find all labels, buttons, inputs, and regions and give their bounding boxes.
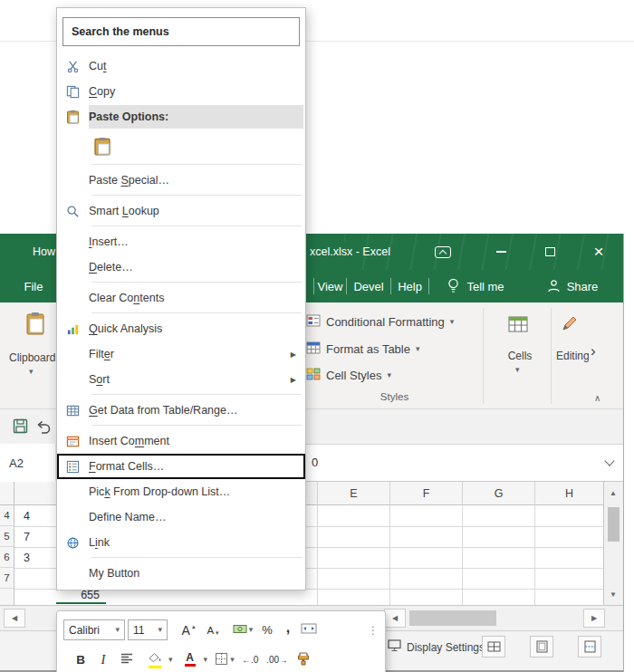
quick-analysis-icon: [57, 322, 89, 336]
increase-decimal-button[interactable]: ←.0: [238, 648, 262, 671]
share-button[interactable]: Share: [563, 270, 601, 302]
menu-item-my-button[interactable]: My Button: [57, 561, 305, 586]
gridline: [389, 505, 390, 605]
menu-item-smart-lookup[interactable]: Smart Lookup: [57, 198, 305, 224]
merge-center-button[interactable]: [298, 619, 320, 641]
maximize-button[interactable]: [534, 234, 565, 270]
row-header-5[interactable]: 5: [0, 526, 14, 547]
arrow-up-icon: ▴: [192, 623, 196, 630]
format-painter-button[interactable]: [293, 648, 314, 671]
menu-item-get-data-from-table[interactable]: Get Data from Table/Range…: [57, 398, 305, 423]
column-header-F[interactable]: F: [389, 482, 462, 505]
scroll-up-button[interactable]: ▲: [603, 482, 623, 504]
scroll-right-button[interactable]: ▶: [583, 609, 605, 628]
editing-group-button[interactable]: Editing: [556, 350, 589, 362]
group-divider: [551, 308, 552, 404]
close-button[interactable]: ×: [583, 234, 614, 270]
column-header-G[interactable]: G: [462, 482, 534, 505]
alignment-button[interactable]: [116, 648, 138, 671]
tell-me-button[interactable]: Tell me: [464, 270, 507, 302]
window-right-border: [623, 234, 624, 672]
page-break-view-button[interactable]: [578, 636, 601, 658]
submenu-arrow-icon: ▶: [291, 350, 296, 359]
titlebar-left-text: How: [33, 234, 55, 270]
collapse-ribbon-icon[interactable]: ∧: [594, 393, 600, 403]
paste-keep-source-button[interactable]: [93, 136, 111, 157]
menu-item-sort[interactable]: Sort ▶: [57, 367, 305, 392]
menu-item-clear-contents[interactable]: Clear Contents: [57, 285, 305, 311]
format-as-table-icon: [306, 341, 321, 358]
minimize-button[interactable]: [485, 234, 516, 270]
column-header-E[interactable]: E: [317, 482, 389, 505]
ribbon-more-icon[interactable]: ›: [591, 342, 596, 360]
tab-developer[interactable]: Devel: [348, 270, 389, 302]
tab-help[interactable]: Help: [392, 270, 427, 302]
menu-item-quick-analysis[interactable]: Quick Analysis: [57, 316, 305, 341]
conditional-formatting-button[interactable]: Conditional Formatting ▾: [306, 310, 454, 333]
menu-item-format-cells[interactable]: Format Cells…: [57, 454, 305, 479]
scissors-icon: [57, 60, 89, 73]
italic-button[interactable]: I: [93, 648, 113, 671]
name-box[interactable]: A2: [0, 444, 56, 482]
comma-style-button[interactable]: ,: [281, 619, 295, 641]
chevron-down-icon: ▾: [29, 368, 34, 376]
cell-value[interactable]: 655: [51, 589, 100, 602]
select-all-corner[interactable]: [0, 482, 14, 505]
ribbon-display-options-button[interactable]: [427, 234, 458, 270]
menu-item-filter[interactable]: Filter ▶: [57, 341, 305, 367]
row-header-6[interactable]: 6: [0, 547, 14, 568]
smart-lookup-icon: [57, 205, 89, 218]
menu-item-pick-from-dropdown-list[interactable]: Pick From Drop-down List…: [57, 479, 305, 504]
arrow-down-icon: ▾: [216, 629, 219, 637]
screen: How xcel.xlsx - Excel × File View Devel …: [0, 0, 634, 672]
fill-color-swatch: [149, 666, 161, 668]
undo-button[interactable]: [36, 421, 53, 437]
menu-search-input[interactable]: Search the menus: [62, 17, 300, 46]
cell-styles-button[interactable]: Cell Styles ▾: [306, 363, 391, 387]
row-header-7[interactable]: 7: [0, 568, 14, 589]
format-as-table-button[interactable]: Format as Table ▾: [306, 337, 420, 360]
increase-font-size-button[interactable]: A ▴: [178, 619, 199, 641]
menu-item-insert-comment[interactable]: Insert Comment: [57, 428, 305, 454]
menu-item-copy[interactable]: Copy: [57, 79, 305, 104]
menu-item-insert[interactable]: Insert…: [57, 229, 305, 254]
scroll-left-button[interactable]: ◀: [384, 609, 406, 628]
borders-button[interactable]: ▾: [214, 648, 235, 671]
fill-color-button[interactable]: [144, 648, 166, 671]
bold-button[interactable]: B: [71, 648, 91, 671]
menu-item-define-name[interactable]: Define Name…: [57, 504, 305, 530]
menu-item-paste-special[interactable]: Paste Special…: [57, 168, 305, 193]
clipboard-group-button[interactable]: Clipboard: [9, 351, 55, 364]
cells-group-button[interactable]: Cells: [495, 350, 545, 362]
decrease-font-size-button[interactable]: A ▾: [202, 619, 224, 641]
more-options-icon[interactable]: ⋮: [368, 624, 379, 637]
decrease-decimal-button[interactable]: .00→: [264, 648, 290, 671]
display-settings-button[interactable]: Display Settings: [388, 634, 485, 661]
horizontal-scroll-thumb[interactable]: [409, 610, 496, 626]
formula-bar-value[interactable]: 0: [312, 444, 318, 482]
font-name-select[interactable]: Calibri ▾: [63, 619, 125, 640]
paste-icon: [57, 110, 89, 124]
scroll-down-button[interactable]: ▼: [603, 583, 623, 605]
row-header-4[interactable]: 4: [0, 505, 14, 526]
tab-file[interactable]: File: [13, 270, 54, 302]
column-header-H[interactable]: H: [534, 482, 603, 505]
sheet-tab-scroll-left-button[interactable]: ◀: [4, 609, 25, 628]
normal-view-button[interactable]: [482, 636, 505, 658]
borders-grid-icon: [215, 652, 228, 668]
tab-view[interactable]: View: [315, 270, 345, 302]
menu-item-link[interactable]: Link: [57, 530, 305, 555]
font-color-button[interactable]: A: [179, 648, 201, 671]
vertical-scroll-thumb[interactable]: [608, 507, 620, 542]
page-layout-icon: [536, 640, 548, 653]
menu-item-cut[interactable]: Cut: [57, 53, 305, 79]
percent-style-button[interactable]: %: [256, 619, 278, 641]
context-menu: Search the menus Cut Copy Paste Options:: [56, 7, 306, 590]
menu-item-delete[interactable]: Delete…: [57, 254, 305, 280]
accounting-format-button[interactable]: ▾: [232, 619, 254, 641]
save-button[interactable]: [13, 418, 28, 437]
comment-icon: [57, 435, 89, 448]
font-size-select[interactable]: 11 ▾: [128, 619, 168, 640]
menu-item-paste-options: Paste Options:: [57, 104, 305, 130]
page-layout-view-button[interactable]: [530, 636, 553, 658]
